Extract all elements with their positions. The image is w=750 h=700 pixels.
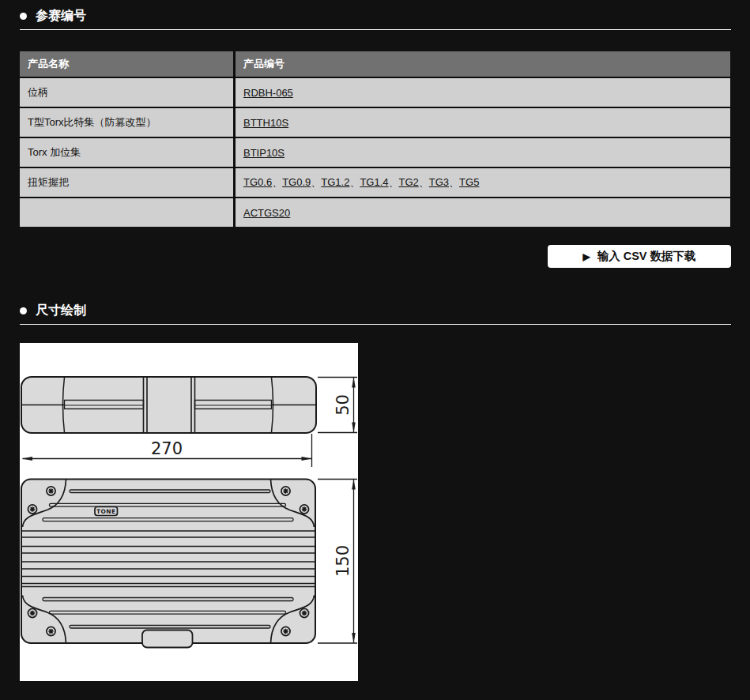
product-code-link[interactable]: TG1.2 — [321, 176, 349, 188]
dim-height: 150 — [318, 480, 357, 644]
product-code-link[interactable]: BTIP10S — [243, 147, 285, 159]
tone-logo: TONE — [95, 507, 118, 516]
col-header-product-name: 产品名称 — [20, 51, 233, 77]
product-name-cell: 扭矩握把 — [20, 167, 233, 197]
csv-download-button[interactable]: ▶ 输入 CSV 数据下载 — [548, 245, 731, 268]
product-name-cell — [20, 197, 233, 227]
product-code-link[interactable]: RDBH-065 — [243, 87, 293, 99]
button-row: ▶ 输入 CSV 数据下载 — [20, 245, 731, 268]
csv-button-label: 输入 CSV 数据下载 — [597, 249, 696, 264]
product-table-body: 位柄RDBH-065T型Torx比特集（防篡改型）BTTH10STorx 加位集… — [20, 77, 730, 227]
table-row: T型Torx比特集（防篡改型）BTTH10S — [20, 107, 730, 137]
dimension-drawing-svg: 50 270 — [20, 343, 358, 681]
bullet-icon — [20, 13, 27, 20]
section-divider — [20, 324, 731, 325]
product-code-link[interactable]: TG2 — [399, 176, 419, 188]
case-top-view: TONE — [21, 480, 315, 648]
product-code-cell: ACTGS20 — [233, 197, 730, 227]
section-title-dimensions: 尺寸绘制 — [20, 268, 750, 318]
case-side-view — [21, 377, 316, 433]
play-icon: ▶ — [582, 252, 590, 262]
handle-tab — [142, 630, 193, 648]
product-code-link[interactable]: TG0.9 — [282, 176, 311, 188]
bullet-icon — [20, 307, 27, 314]
table-row: 扭矩握把TG0.6、TG0.9、TG1.2、TG1.4、TG2、TG3、TG5 — [20, 167, 730, 197]
product-code-link[interactable]: TG3 — [429, 176, 449, 188]
col-header-product-code: 产品编号 — [233, 51, 730, 77]
section-title-text: 尺寸绘制 — [36, 303, 86, 318]
product-code-link[interactable]: TG5 — [459, 176, 479, 188]
table-row: 位柄RDBH-065 — [20, 77, 730, 107]
dim-depth-label: 50 — [334, 394, 352, 416]
dim-depth: 50 — [318, 378, 357, 433]
page: 参赛编号 产品名称 产品编号 位柄RDBH-065T型Torx比特集（防篡改型）… — [0, 0, 750, 681]
dimension-drawing: 50 270 — [20, 343, 358, 681]
section-divider — [20, 29, 731, 30]
table-header-row: 产品名称 产品编号 — [20, 51, 730, 77]
dim-width-label: 270 — [151, 439, 183, 458]
product-code-link[interactable]: BTTH10S — [243, 117, 288, 129]
section-title-part-numbers: 参赛编号 — [20, 0, 750, 23]
product-code-cell: TG0.6、TG0.9、TG1.2、TG1.4、TG2、TG3、TG5 — [233, 167, 730, 197]
product-table: 产品名称 产品编号 位柄RDBH-065T型Torx比特集（防篡改型）BTTH1… — [20, 51, 730, 227]
dim-height-label: 150 — [334, 545, 352, 577]
product-code-cell: BTIP10S — [233, 137, 730, 167]
product-name-cell: T型Torx比特集（防篡改型） — [20, 107, 233, 137]
table-row: ACTGS20 — [20, 197, 730, 227]
product-code-link[interactable]: TG0.6 — [243, 176, 272, 188]
table-row: Torx 加位集BTIP10S — [20, 137, 730, 167]
product-name-cell: Torx 加位集 — [20, 137, 233, 167]
product-code-cell: RDBH-065 — [233, 77, 730, 107]
product-code-link[interactable]: ACTGS20 — [243, 207, 290, 219]
product-code-cell: BTTH10S — [233, 107, 730, 137]
product-code-link[interactable]: TG1.4 — [360, 176, 388, 188]
section-title-text: 参赛编号 — [36, 9, 86, 23]
product-name-cell: 位柄 — [20, 77, 233, 107]
tone-logo-text: TONE — [96, 508, 116, 515]
dim-width: 270 — [22, 434, 312, 467]
